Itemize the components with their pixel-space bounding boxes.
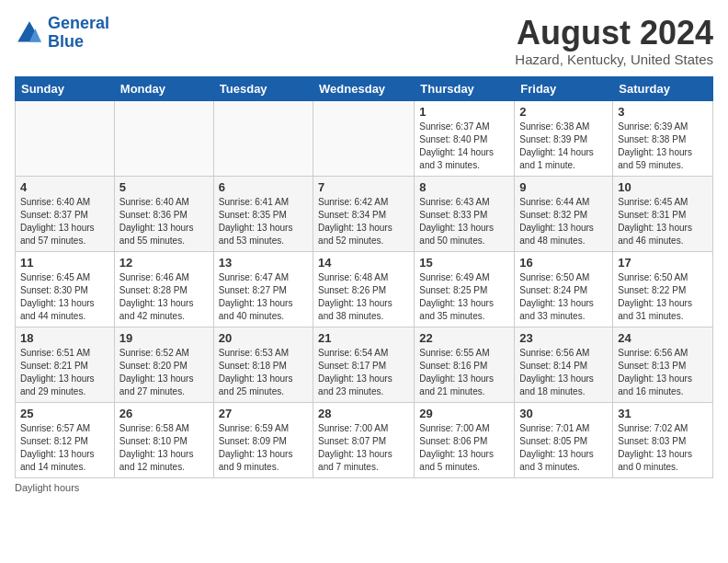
calendar-cell: 2Sunrise: 6:38 AM Sunset: 8:39 PM Daylig… — [515, 100, 613, 176]
calendar-cell: 18Sunrise: 6:51 AM Sunset: 8:21 PM Dayli… — [16, 327, 115, 402]
day-info: Sunrise: 6:38 AM Sunset: 8:39 PM Dayligh… — [519, 121, 608, 172]
day-info: Sunrise: 6:40 AM Sunset: 8:36 PM Dayligh… — [119, 196, 209, 247]
day-info: Sunrise: 7:01 AM Sunset: 8:05 PM Dayligh… — [519, 422, 608, 474]
calendar-cell: 9Sunrise: 6:44 AM Sunset: 8:32 PM Daylig… — [515, 176, 613, 251]
calendar-week-4: 18Sunrise: 6:51 AM Sunset: 8:21 PM Dayli… — [16, 327, 713, 402]
day-number: 19 — [119, 331, 209, 345]
day-info: Sunrise: 6:53 AM Sunset: 8:18 PM Dayligh… — [219, 347, 308, 398]
calendar-header-sunday: Sunday — [16, 76, 115, 100]
calendar-cell: 24Sunrise: 6:56 AM Sunset: 8:13 PM Dayli… — [613, 327, 713, 402]
day-number: 27 — [219, 407, 308, 420]
day-info: Sunrise: 6:56 AM Sunset: 8:13 PM Dayligh… — [618, 347, 708, 398]
calendar-cell: 5Sunrise: 6:40 AM Sunset: 8:36 PM Daylig… — [114, 176, 213, 251]
day-number: 8 — [419, 180, 509, 194]
day-number: 20 — [219, 331, 308, 345]
day-info: Sunrise: 6:56 AM Sunset: 8:14 PM Dayligh… — [519, 347, 608, 398]
day-info: Sunrise: 6:40 AM Sunset: 8:37 PM Dayligh… — [20, 196, 109, 247]
calendar-header-saturday: Saturday — [613, 76, 713, 100]
calendar-cell — [16, 100, 115, 176]
calendar-header-wednesday: Wednesday — [313, 76, 415, 100]
calendar-cell — [114, 100, 213, 176]
day-info: Sunrise: 6:39 AM Sunset: 8:38 PM Dayligh… — [618, 121, 708, 172]
calendar-header-tuesday: Tuesday — [213, 76, 313, 100]
calendar-cell: 4Sunrise: 6:40 AM Sunset: 8:37 PM Daylig… — [16, 176, 115, 251]
calendar-cell: 29Sunrise: 7:00 AM Sunset: 8:06 PM Dayli… — [415, 402, 515, 477]
calendar-cell: 17Sunrise: 6:50 AM Sunset: 8:22 PM Dayli… — [613, 251, 713, 327]
day-info: Sunrise: 6:43 AM Sunset: 8:33 PM Dayligh… — [419, 196, 509, 247]
calendar-header-thursday: Thursday — [415, 76, 515, 100]
day-info: Sunrise: 6:59 AM Sunset: 8:09 PM Dayligh… — [219, 422, 308, 474]
day-info: Sunrise: 6:47 AM Sunset: 8:27 PM Dayligh… — [219, 271, 308, 323]
subtitle: Hazard, Kentucky, United States — [515, 52, 713, 67]
calendar-cell: 26Sunrise: 6:58 AM Sunset: 8:10 PM Dayli… — [114, 402, 213, 477]
day-number: 30 — [519, 407, 608, 420]
day-info: Sunrise: 6:44 AM Sunset: 8:32 PM Dayligh… — [519, 196, 608, 247]
calendar-cell: 28Sunrise: 7:00 AM Sunset: 8:07 PM Dayli… — [313, 402, 415, 477]
calendar-cell: 8Sunrise: 6:43 AM Sunset: 8:33 PM Daylig… — [415, 176, 515, 251]
calendar-cell: 30Sunrise: 7:01 AM Sunset: 8:05 PM Dayli… — [515, 402, 613, 477]
logo-line1: General — [48, 14, 109, 32]
day-number: 22 — [419, 331, 509, 345]
calendar-cell: 15Sunrise: 6:49 AM Sunset: 8:25 PM Dayli… — [415, 251, 515, 327]
title-block: August 2024 Hazard, Kentucky, United Sta… — [515, 15, 713, 67]
calendar-cell: 23Sunrise: 6:56 AM Sunset: 8:14 PM Dayli… — [515, 327, 613, 402]
day-number: 2 — [519, 105, 608, 119]
day-info: Sunrise: 7:00 AM Sunset: 8:06 PM Dayligh… — [419, 422, 509, 474]
day-number: 7 — [318, 180, 409, 194]
calendar-header-row: SundayMondayTuesdayWednesdayThursdayFrid… — [16, 76, 713, 100]
day-info: Sunrise: 6:37 AM Sunset: 8:40 PM Dayligh… — [419, 121, 509, 172]
calendar-cell: 10Sunrise: 6:45 AM Sunset: 8:31 PM Dayli… — [613, 176, 713, 251]
day-number: 18 — [20, 331, 109, 345]
calendar-cell — [213, 100, 313, 176]
calendar-cell: 13Sunrise: 6:47 AM Sunset: 8:27 PM Dayli… — [213, 251, 313, 327]
day-number: 6 — [219, 180, 308, 194]
day-number: 15 — [419, 256, 509, 270]
calendar: SundayMondayTuesdayWednesdayThursdayFrid… — [15, 76, 713, 478]
day-info: Sunrise: 6:51 AM Sunset: 8:21 PM Dayligh… — [20, 347, 109, 398]
calendar-week-1: 1Sunrise: 6:37 AM Sunset: 8:40 PM Daylig… — [16, 100, 713, 176]
calendar-cell: 16Sunrise: 6:50 AM Sunset: 8:24 PM Dayli… — [515, 251, 613, 327]
day-number: 29 — [419, 407, 509, 420]
day-info: Sunrise: 7:00 AM Sunset: 8:07 PM Dayligh… — [318, 422, 409, 474]
calendar-cell: 3Sunrise: 6:39 AM Sunset: 8:38 PM Daylig… — [613, 100, 713, 176]
logo-icon — [15, 18, 44, 48]
footer-note-text: Daylight hours — [15, 482, 79, 493]
calendar-cell: 22Sunrise: 6:55 AM Sunset: 8:16 PM Dayli… — [415, 327, 515, 402]
day-info: Sunrise: 7:02 AM Sunset: 8:03 PM Dayligh… — [618, 422, 708, 474]
calendar-cell: 1Sunrise: 6:37 AM Sunset: 8:40 PM Daylig… — [415, 100, 515, 176]
day-info: Sunrise: 6:52 AM Sunset: 8:20 PM Dayligh… — [119, 347, 209, 398]
day-number: 4 — [20, 180, 109, 194]
day-number: 23 — [519, 331, 608, 345]
day-number: 3 — [618, 105, 708, 119]
day-number: 12 — [119, 256, 209, 270]
calendar-cell: 11Sunrise: 6:45 AM Sunset: 8:30 PM Dayli… — [16, 251, 115, 327]
calendar-week-3: 11Sunrise: 6:45 AM Sunset: 8:30 PM Dayli… — [16, 251, 713, 327]
day-number: 24 — [618, 331, 708, 345]
day-number: 14 — [318, 256, 409, 270]
footer-note: Daylight hours — [15, 482, 713, 493]
day-number: 5 — [119, 180, 209, 194]
day-info: Sunrise: 6:54 AM Sunset: 8:17 PM Dayligh… — [318, 347, 409, 398]
calendar-cell: 7Sunrise: 6:42 AM Sunset: 8:34 PM Daylig… — [313, 176, 415, 251]
calendar-cell: 27Sunrise: 6:59 AM Sunset: 8:09 PM Dayli… — [213, 402, 313, 477]
day-info: Sunrise: 6:55 AM Sunset: 8:16 PM Dayligh… — [419, 347, 509, 398]
day-info: Sunrise: 6:41 AM Sunset: 8:35 PM Dayligh… — [219, 196, 308, 247]
day-number: 13 — [219, 256, 308, 270]
day-info: Sunrise: 6:48 AM Sunset: 8:26 PM Dayligh… — [318, 271, 409, 323]
calendar-cell: 14Sunrise: 6:48 AM Sunset: 8:26 PM Dayli… — [313, 251, 415, 327]
calendar-week-2: 4Sunrise: 6:40 AM Sunset: 8:37 PM Daylig… — [16, 176, 713, 251]
main-title: August 2024 — [515, 15, 713, 52]
header: General Blue August 2024 Hazard, Kentuck… — [15, 15, 713, 67]
calendar-cell: 12Sunrise: 6:46 AM Sunset: 8:28 PM Dayli… — [114, 251, 213, 327]
calendar-cell: 6Sunrise: 6:41 AM Sunset: 8:35 PM Daylig… — [213, 176, 313, 251]
calendar-cell: 25Sunrise: 6:57 AM Sunset: 8:12 PM Dayli… — [16, 402, 115, 477]
day-number: 1 — [419, 105, 509, 119]
day-info: Sunrise: 6:46 AM Sunset: 8:28 PM Dayligh… — [119, 271, 209, 323]
day-number: 28 — [318, 407, 409, 420]
day-info: Sunrise: 6:49 AM Sunset: 8:25 PM Dayligh… — [419, 271, 509, 323]
calendar-cell: 20Sunrise: 6:53 AM Sunset: 8:18 PM Dayli… — [213, 327, 313, 402]
calendar-cell: 21Sunrise: 6:54 AM Sunset: 8:17 PM Dayli… — [313, 327, 415, 402]
day-number: 26 — [119, 407, 209, 420]
day-info: Sunrise: 6:58 AM Sunset: 8:10 PM Dayligh… — [119, 422, 209, 474]
day-info: Sunrise: 6:50 AM Sunset: 8:24 PM Dayligh… — [519, 271, 608, 323]
